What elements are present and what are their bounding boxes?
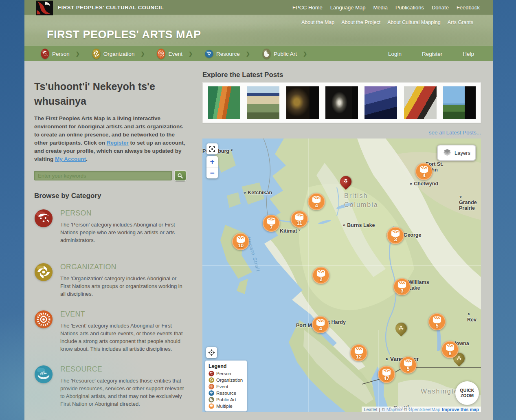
see-all-posts-link[interactable]: see all Latest Posts... bbox=[429, 130, 481, 136]
category-nav-items: Person ❯ Organization ❯ Event ❯ Resource… bbox=[24, 48, 307, 59]
leaflet-link[interactable]: Leaflet bbox=[364, 407, 377, 412]
map-cluster-marker[interactable]: 10 bbox=[232, 233, 250, 251]
post-thumbnail[interactable] bbox=[247, 86, 279, 119]
search-input[interactable] bbox=[34, 171, 172, 180]
resource-icon[interactable] bbox=[34, 365, 53, 384]
map-legend: Legend Person Organization Event bbox=[205, 361, 247, 411]
map-place-label: Williams Lake bbox=[408, 279, 429, 291]
zoom-out-button[interactable]: − bbox=[206, 167, 218, 178]
cluster-count: 2 bbox=[312, 276, 330, 282]
organization-icon[interactable] bbox=[34, 263, 53, 281]
nav-item-label: Person bbox=[52, 51, 70, 57]
category-description: The 'Person' category includes Aborigina… bbox=[60, 221, 186, 244]
category-title[interactable]: RESOURCE bbox=[60, 365, 186, 374]
map-place-label: ∘ Rev bbox=[467, 311, 481, 323]
map-cluster-marker[interactable]: 11 bbox=[290, 210, 308, 228]
event-icon[interactable] bbox=[34, 310, 53, 329]
fullscreen-button[interactable] bbox=[206, 143, 218, 154]
brand-text: FIRST PEOPLES' CULTURAL COUNCIL bbox=[58, 4, 164, 11]
map[interactable]: Petersburg °∘ KetchikanBritish ColumbiaF… bbox=[202, 139, 481, 412]
banner-nav-link[interactable]: About the Map bbox=[301, 20, 334, 25]
top-nav-link[interactable]: Media bbox=[373, 4, 387, 11]
map-cluster-marker[interactable]: 12 bbox=[350, 344, 368, 362]
top-nav-link[interactable]: Publications bbox=[395, 4, 424, 11]
event-icon bbox=[209, 384, 214, 389]
account-nav-link[interactable]: Register bbox=[422, 51, 442, 57]
category-description: The 'Organization' category includes Abo… bbox=[60, 275, 186, 298]
page-title: Ts'uhoont'i' Nekeyoh ts'e whusainya bbox=[34, 79, 187, 108]
chevron-right-icon: ❯ bbox=[303, 51, 307, 57]
fullscreen-icon bbox=[209, 146, 215, 152]
improve-map-link[interactable]: Improve this map bbox=[442, 407, 479, 412]
locate-button[interactable] bbox=[206, 347, 217, 358]
category-event: EVENT The 'Event' category includes Abor… bbox=[34, 310, 187, 353]
category-list: PERSON The 'Person' category includes Ab… bbox=[34, 209, 187, 420]
map-cluster-marker[interactable]: 4 bbox=[415, 163, 433, 180]
map-cluster-marker[interactable]: 8 bbox=[441, 341, 459, 358]
mapbox-link[interactable]: Mapbox bbox=[386, 407, 402, 412]
map-cluster-marker[interactable]: 4 bbox=[312, 316, 329, 334]
category-title[interactable]: ORGANIZATION bbox=[60, 263, 186, 271]
map-cluster-marker[interactable]: 5 bbox=[399, 356, 417, 374]
pin-glyph bbox=[342, 178, 349, 185]
legend-label: Resource bbox=[216, 391, 236, 396]
locate-icon bbox=[208, 349, 215, 356]
account-nav-link[interactable]: Login bbox=[388, 51, 402, 57]
cluster-count: 12 bbox=[350, 354, 368, 360]
event-icon bbox=[157, 48, 165, 59]
top-nav-link[interactable]: Feedback bbox=[457, 4, 480, 11]
cluster-count: 11 bbox=[290, 220, 308, 226]
map-place-label: ∘ Chetwynd bbox=[409, 181, 438, 187]
map-cluster-marker[interactable]: 3 bbox=[393, 278, 411, 296]
top-nav-link[interactable]: Donate bbox=[432, 4, 449, 11]
category-description: The 'Resource' category includes those e… bbox=[60, 377, 186, 408]
register-link[interactable]: Register bbox=[107, 140, 129, 146]
nav-item-person[interactable]: Person ❯ bbox=[41, 48, 80, 59]
banner-nav-link[interactable]: Arts Grants bbox=[448, 20, 473, 25]
layers-control[interactable]: Layers bbox=[437, 145, 476, 161]
search-row bbox=[34, 170, 187, 181]
layers-icon bbox=[443, 148, 452, 157]
map-cluster-marker[interactable]: 4 bbox=[307, 193, 325, 211]
map-place-label: ∘ Burns Lake bbox=[343, 222, 375, 228]
banner-nav-link[interactable]: About the Project bbox=[341, 20, 380, 25]
map-cluster-marker[interactable]: 3 bbox=[386, 226, 404, 244]
map-cluster-marker[interactable]: 2 bbox=[312, 266, 330, 284]
search-button[interactable] bbox=[174, 170, 187, 181]
top-nav-link[interactable]: FPCC Home bbox=[292, 4, 323, 11]
post-thumbnail[interactable] bbox=[404, 86, 437, 119]
person-icon bbox=[209, 371, 214, 376]
nav-item-event[interactable]: Event ❯ bbox=[157, 48, 193, 59]
person-icon[interactable] bbox=[34, 209, 53, 228]
content-area: Ts'uhoont'i' Nekeyoh ts'e whusainya The … bbox=[24, 61, 493, 420]
map-cluster-marker[interactable]: 5 bbox=[428, 313, 446, 331]
public-art-icon bbox=[209, 397, 214, 402]
zoom-in-button[interactable]: + bbox=[206, 156, 218, 167]
fpcc-logo[interactable] bbox=[36, 0, 53, 15]
category-title[interactable]: PERSON bbox=[60, 209, 186, 218]
nav-item-public-art[interactable]: Public Art ❯ bbox=[262, 48, 307, 59]
post-thumbnail[interactable] bbox=[364, 86, 397, 119]
banner-nav-link[interactable]: About Cultural Mapping bbox=[387, 20, 441, 25]
category-title[interactable]: EVENT bbox=[60, 310, 186, 319]
banner-nav: About the MapAbout the ProjectAbout Cult… bbox=[301, 20, 493, 25]
post-image bbox=[443, 86, 465, 119]
legend-item-resource: Resource bbox=[209, 390, 244, 396]
quick-zoom-button[interactable]: QUICK ZOOM bbox=[455, 381, 479, 405]
layers-label: Layers bbox=[455, 150, 470, 156]
map-cluster-marker[interactable]: 47 bbox=[378, 365, 395, 383]
map-cluster-marker[interactable]: 7 bbox=[262, 214, 280, 232]
openstreetmap-link[interactable]: OpenStreetMap bbox=[408, 407, 440, 412]
nav-item-resource[interactable]: Resource ❯ bbox=[205, 48, 250, 59]
top-nav-link[interactable]: Language Map bbox=[330, 4, 366, 11]
organization-icon bbox=[209, 377, 214, 383]
account-nav-link[interactable]: Help bbox=[463, 51, 474, 57]
post-thumbnail[interactable] bbox=[325, 86, 358, 119]
post-thumbnail[interactable] bbox=[443, 86, 476, 119]
nav-item-organization[interactable]: Organization ❯ bbox=[92, 48, 145, 59]
legend-label: Event bbox=[216, 384, 228, 389]
post-thumbnail[interactable] bbox=[286, 86, 319, 119]
post-thumbnail[interactable] bbox=[208, 86, 240, 119]
resource-icon bbox=[209, 390, 214, 396]
my-account-link[interactable]: My Account bbox=[55, 156, 86, 162]
